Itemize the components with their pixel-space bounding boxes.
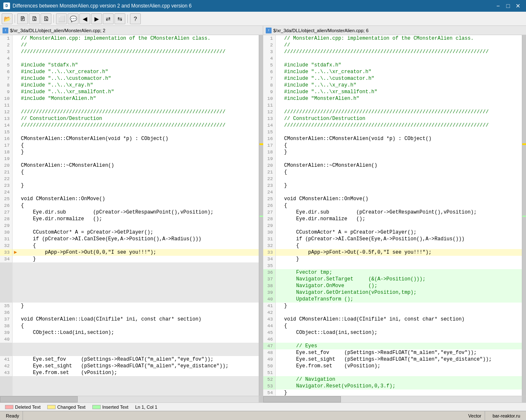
change-marker xyxy=(276,329,282,336)
change-marker xyxy=(13,162,18,169)
help-button[interactable]: ? xyxy=(130,13,141,24)
toolbar-btn-4[interactable]: 🖻 xyxy=(41,13,51,24)
change-marker xyxy=(276,115,282,122)
code-line: 47 // Eyes xyxy=(263,343,522,349)
code-line: 35 } xyxy=(0,303,259,309)
changed-label: Changed Text xyxy=(57,405,86,410)
line-content xyxy=(282,369,522,376)
minimize-button[interactable]: − xyxy=(493,1,503,10)
change-marker xyxy=(13,383,18,389)
toolbar-separator-3 xyxy=(127,15,128,23)
change-marker xyxy=(276,316,282,323)
code-line: 54 } xyxy=(263,389,522,396)
code-line: 39 CObject::Load(ini,section); xyxy=(0,329,259,336)
far-right-indicator xyxy=(522,35,526,396)
change-indicator-1 xyxy=(259,143,263,145)
maximize-button[interactable]: □ xyxy=(503,1,513,10)
left-code-area: 1 // MonsterAlien.cpp: implementation of… xyxy=(0,35,259,396)
code-line: 36 xyxy=(0,309,259,316)
line-number: 28 xyxy=(263,216,276,222)
change-marker xyxy=(13,115,18,122)
line-number: 22 xyxy=(0,176,13,182)
code-line: 44 { xyxy=(263,323,522,329)
change-indicator-2 xyxy=(259,216,263,217)
line-number: 47 xyxy=(263,343,276,349)
code-line: 29 xyxy=(0,222,259,229)
line-content: void CMonsterAlien::OnMove() xyxy=(282,196,522,202)
right-hscroll-thumb[interactable] xyxy=(263,396,341,402)
legend-deleted[interactable]: Deleted Text xyxy=(2,403,44,411)
change-marker xyxy=(276,229,282,236)
line-number: 41 xyxy=(263,303,276,309)
line-content: { xyxy=(282,169,522,176)
close-button[interactable]: ✕ xyxy=(513,1,523,10)
left-hscroll-thumb[interactable] xyxy=(0,396,78,402)
change-marker xyxy=(276,62,282,69)
line-number: 21 xyxy=(263,169,276,176)
line-number: 16 xyxy=(0,135,13,142)
line-number: 24 xyxy=(0,189,13,196)
change-marker xyxy=(13,349,18,356)
line-number: 15 xyxy=(0,129,13,135)
status-bar: Ready Vector bar-reaktor.ru xyxy=(0,411,526,420)
line-content: ////////////////////////////////////////… xyxy=(18,122,259,129)
line-number: 42 xyxy=(263,309,276,316)
line-number: 20 xyxy=(263,162,276,169)
change-marker xyxy=(13,62,18,69)
line-content xyxy=(18,289,259,296)
toolbar-btn-2[interactable]: 🖹 xyxy=(17,13,28,24)
line-content: // xyxy=(282,42,522,48)
line-content: Eye.dir.normalize (); xyxy=(18,216,259,222)
line-number: 39 xyxy=(0,329,13,336)
toolbar-btn-9[interactable]: ⇄ xyxy=(103,13,114,24)
code-line: 29 xyxy=(263,222,522,229)
code-line: 13 // Construction/Destruction xyxy=(263,115,522,122)
change-marker xyxy=(276,383,282,389)
app-icon: D xyxy=(3,3,10,9)
line-content xyxy=(18,102,259,109)
toolbar-btn-10[interactable]: ⇆ xyxy=(114,13,125,24)
line-content: #include "stdafx.h" xyxy=(18,62,259,69)
line-content: Eye.set_fov (pSettings->ReadFLOAT("m_ali… xyxy=(18,356,259,363)
code-line: 22 xyxy=(0,176,259,182)
line-content xyxy=(18,189,259,196)
line-number: 12 xyxy=(0,109,13,115)
toolbar-btn-5[interactable]: ⬜ xyxy=(56,13,67,24)
line-number: 32 xyxy=(263,242,276,249)
open-button[interactable]: 📂 xyxy=(2,13,13,24)
line-content: { xyxy=(18,242,259,249)
toolbar-btn-6[interactable]: 💬 xyxy=(68,13,79,24)
right-pane[interactable]: 1 // MonsterAlien.cpp: implementation of… xyxy=(263,35,522,396)
code-line: 34 } xyxy=(263,256,522,262)
window-controls: − □ ✕ xyxy=(493,1,523,10)
change-marker xyxy=(13,389,18,396)
change-marker xyxy=(276,236,282,242)
line-content: ////////////////////////////////////////… xyxy=(282,122,522,129)
code-line: 1 // MonsterAlien.cpp: implementation of… xyxy=(0,35,259,42)
code-line: 51 xyxy=(263,369,522,376)
diff-panes-container: 1 // MonsterAlien.cpp: implementation of… xyxy=(0,35,526,396)
code-line: 22 xyxy=(263,176,522,182)
left-hscroll[interactable] xyxy=(0,396,259,402)
window-title: Differences between MonsterAlien.cpp ver… xyxy=(13,3,491,9)
code-line: 41 } xyxy=(263,303,522,309)
toolbar-btn-8[interactable]: ▶ xyxy=(91,13,102,24)
legend-changed[interactable]: Changed Text xyxy=(44,403,89,411)
code-line: 13 // Construction/Destruction xyxy=(0,115,259,122)
change-marker xyxy=(13,129,18,135)
line-content: Fvector tmp; xyxy=(282,269,522,276)
line-content xyxy=(18,309,259,316)
code-line: 48 Eye.set_fov (pSettings->ReadFLOAT("m_… xyxy=(263,349,522,356)
line-content xyxy=(282,262,522,269)
toolbar-btn-3[interactable]: 🖺 xyxy=(29,13,40,24)
line-content: #include "..\..\customactor.h" xyxy=(18,75,259,82)
line-number: 3 xyxy=(263,48,276,55)
legend-inserted[interactable]: Inserted Text xyxy=(89,403,132,411)
line-number: 1 xyxy=(263,35,276,42)
vector-text: Vector xyxy=(468,413,481,418)
right-hscroll[interactable] xyxy=(263,396,522,402)
code-line: 30 CCustomActor* A = pCreator->GetPlayer… xyxy=(0,229,259,236)
change-marker xyxy=(276,269,282,276)
toolbar-btn-7[interactable]: ◀ xyxy=(79,13,90,24)
left-pane[interactable]: 1 // MonsterAlien.cpp: implementation of… xyxy=(0,35,259,396)
